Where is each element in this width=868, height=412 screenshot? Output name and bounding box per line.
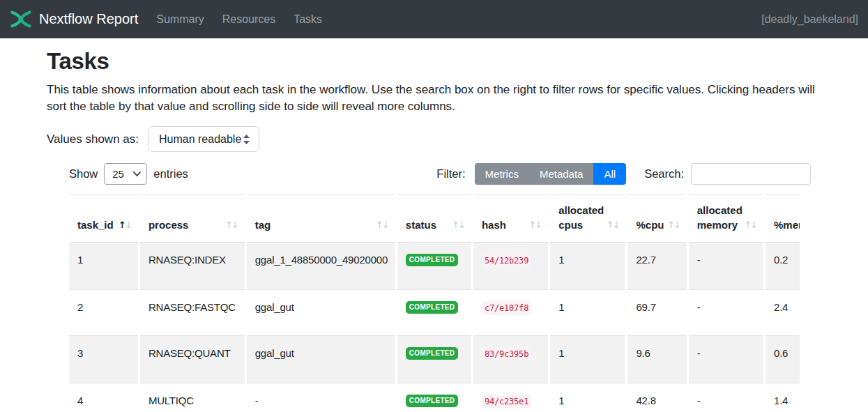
column-header-status[interactable]: status↑↓ <box>396 195 472 243</box>
page-length-value: 25 <box>112 168 124 180</box>
cell-allocated_cpus: 1 <box>549 383 627 412</box>
cell-allocated_memory: - <box>687 243 764 290</box>
cell-hash: 83/9c395b <box>472 336 549 383</box>
column-header-hash[interactable]: hash↑↓ <box>472 195 549 243</box>
column-header-process[interactable]: process↑↓ <box>139 195 245 243</box>
cell-allocated_cpus: 1 <box>549 336 627 383</box>
nextflow-logo-icon <box>10 10 32 29</box>
table-row: 2RNASEQ:FASTQCggal_gutCOMPLETEDc7/e107f8… <box>69 290 800 336</box>
status-badge: COMPLETED <box>406 347 458 360</box>
search-input[interactable] <box>691 163 811 185</box>
cell-hash: c7/e107f8 <box>472 290 549 336</box>
column-label-process: process <box>149 218 189 232</box>
cell-allocated_memory: - <box>687 383 764 412</box>
column-label-task_id: task_id <box>77 218 114 232</box>
hash-code: 83/9c395b <box>482 347 531 361</box>
sort-icon: ↑↓ <box>744 218 756 232</box>
cell-pct_cpu: 42.8 <box>627 383 687 412</box>
sort-icon: ↑↓ <box>607 218 619 232</box>
nav-item-tasks[interactable]: Tasks <box>294 13 322 26</box>
column-label-allocated_memory: allocated memory <box>697 203 741 232</box>
hash-code: 94/c235e1 <box>482 395 531 409</box>
column-label-pct_mem: %mem <box>774 218 800 232</box>
column-label-hash: hash <box>482 218 506 232</box>
filter-button-group: Metrics Metadata All <box>475 163 627 185</box>
cell-status: COMPLETED <box>396 243 472 290</box>
status-badge: COMPLETED <box>406 301 458 314</box>
cell-allocated_cpus: 1 <box>549 243 627 290</box>
sort-icon: ↑↓ <box>528 218 541 232</box>
cell-status: COMPLETED <box>396 290 472 336</box>
table-header: task_id↑↓process↑↓tag↑↓status↑↓hash↑↓all… <box>69 195 800 243</box>
table-row: 4MULTIQC-COMPLETED94/c235e1142.8-1.4571.… <box>69 383 800 412</box>
nav-links: Summary Resources Tasks <box>156 13 322 26</box>
nav-item-resources[interactable]: Resources <box>222 13 275 26</box>
page-description: This table shows information about each … <box>47 82 816 115</box>
cell-status: COMPLETED <box>396 336 472 383</box>
hash-code: c7/e107f8 <box>482 301 531 315</box>
cell-pct_cpu: 69.7 <box>627 290 687 336</box>
show-label: Show <box>69 167 98 181</box>
cell-allocated_memory: - <box>687 290 764 336</box>
column-header-allocated_memory[interactable]: allocated memory↑↓ <box>687 195 764 243</box>
column-label-allocated_cpus: allocated cpus <box>558 203 604 232</box>
column-label-status: status <box>406 218 436 232</box>
sort-icon: ↑↓ <box>667 218 680 232</box>
cell-allocated_memory: - <box>687 336 764 383</box>
column-header-tag[interactable]: tag↑↓ <box>245 195 396 243</box>
sort-icon: ↑↓ <box>452 218 464 232</box>
cell-process: RNASEQ:QUANT <box>139 336 245 383</box>
cell-process: RNASEQ:INDEX <box>139 243 245 290</box>
page-title: Tasks <box>47 47 821 75</box>
cell-task_id: 1 <box>69 243 139 290</box>
sort-icon: ↑↓ <box>225 218 238 232</box>
values-shown-selected: Human readable <box>159 133 241 146</box>
values-shown-select[interactable]: Human readable <box>148 126 259 152</box>
values-shown-label: Values shown as: <box>47 132 139 146</box>
tasks-table: task_id↑↓process↑↓tag↑↓status↑↓hash↑↓all… <box>69 194 800 412</box>
cell-pct_cpu: 22.7 <box>627 243 687 290</box>
sort-icon: ↑↓ <box>376 218 388 232</box>
column-header-allocated_cpus[interactable]: allocated cpus↑↓ <box>549 195 627 243</box>
column-label-pct_cpu: %cpu <box>636 218 664 232</box>
filter-metrics-button[interactable]: Metrics <box>475 163 529 185</box>
cell-task_id: 3 <box>69 336 139 383</box>
filter-all-button[interactable]: All <box>593 163 626 185</box>
app-title: Nextflow Report <box>39 11 138 27</box>
status-badge: COMPLETED <box>406 254 458 266</box>
run-name: [deadly_baekeland] <box>761 13 858 26</box>
column-header-pct_cpu[interactable]: %cpu↑↓ <box>627 195 687 243</box>
column-header-task_id[interactable]: task_id↑↓ <box>69 195 139 243</box>
tasks-table-container[interactable]: task_id↑↓process↑↓tag↑↓status↑↓hash↑↓all… <box>69 194 800 412</box>
cell-status: COMPLETED <box>396 383 472 412</box>
cell-tag: - <box>245 383 396 412</box>
hash-code: 54/12b239 <box>482 254 531 268</box>
table-row: 1RNASEQ:INDEXggal_1_48850000_49020000COM… <box>69 243 800 290</box>
chevron-down-icon <box>133 171 141 176</box>
up-down-arrows-icon <box>243 134 250 145</box>
cell-pct_mem: 0.2 <box>765 243 800 290</box>
cell-task_id: 2 <box>69 290 139 336</box>
cell-tag: ggal_gut <box>245 290 396 336</box>
filter-metadata-button[interactable]: Metadata <box>529 163 594 185</box>
cell-process: MULTIQC <box>139 383 245 412</box>
entries-label: entries <box>153 167 188 181</box>
cell-hash: 54/12b239 <box>472 243 549 290</box>
cell-tag: ggal_1_48850000_49020000 <box>245 243 396 290</box>
sort-icon: ↑↓ <box>119 218 131 232</box>
cell-pct_mem: 1.4 <box>765 383 800 412</box>
cell-allocated_cpus: 1 <box>549 290 627 336</box>
status-badge: COMPLETED <box>406 395 458 407</box>
cell-hash: 94/c235e1 <box>472 383 549 412</box>
column-header-pct_mem[interactable]: %mem↑↓ <box>765 195 800 243</box>
cell-pct_mem: 0.6 <box>765 336 800 383</box>
search-label: Search: <box>644 167 684 181</box>
cell-tag: ggal_gut <box>245 336 396 383</box>
page-length-select[interactable]: 25 <box>104 163 147 185</box>
cell-pct_cpu: 9.6 <box>627 336 687 383</box>
nav-item-summary[interactable]: Summary <box>156 13 204 26</box>
cell-task_id: 4 <box>69 383 139 412</box>
cell-process: RNASEQ:FASTQC <box>139 290 245 336</box>
column-label-tag: tag <box>255 218 271 232</box>
navbar: Nextflow Report Summary Resources Tasks … <box>0 0 868 38</box>
